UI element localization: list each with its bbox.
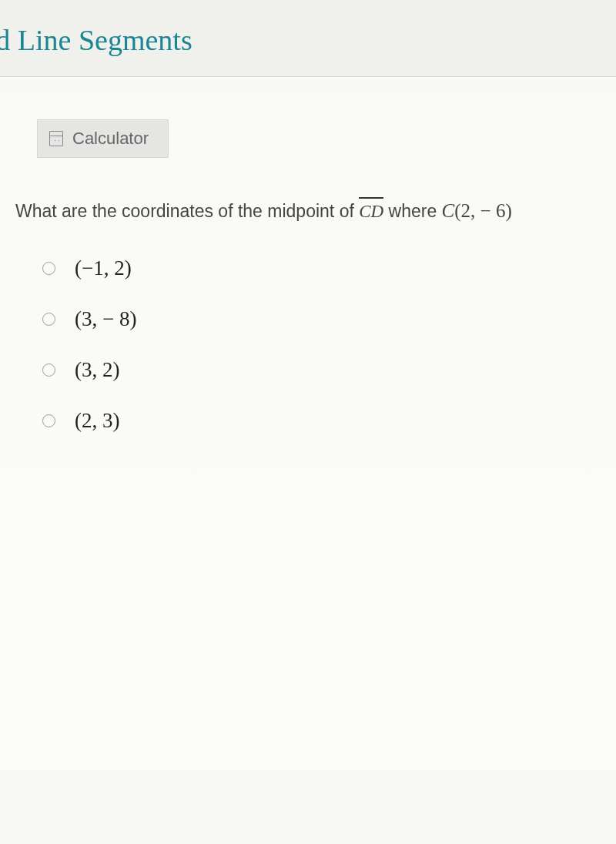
question-prompt: What are the coordinates of the midpoint… (15, 196, 616, 226)
answer-options: (−1, 2) (3, − 8) (3, 2) (2, 3) (15, 256, 616, 433)
radio-icon (42, 363, 55, 377)
question-prefix: What are the coordinates of the midpoint… (15, 201, 359, 221)
question-middle: where (383, 201, 441, 221)
point-c-label: C (442, 200, 455, 221)
option-c[interactable]: (3, 2) (42, 358, 616, 382)
calculator-label: Calculator (72, 129, 149, 149)
question-content: Calculator What are the coordinates of t… (0, 77, 616, 770)
radio-icon (42, 313, 55, 326)
radio-icon (42, 414, 55, 427)
option-label: (3, − 8) (75, 307, 136, 331)
option-a[interactable]: (−1, 2) (42, 256, 616, 280)
option-label: (−1, 2) (75, 256, 132, 280)
option-label: (2, 3) (75, 409, 119, 433)
point-c-coords: (2, − 6) (454, 200, 512, 221)
option-label: (3, 2) (75, 358, 119, 382)
page-title: cted Line Segments (0, 0, 616, 77)
segment-cd: CD (359, 199, 383, 226)
option-b[interactable]: (3, − 8) (42, 307, 616, 331)
calculator-button[interactable]: Calculator (37, 119, 169, 158)
calculator-icon (49, 131, 63, 146)
option-d[interactable]: (2, 3) (42, 409, 616, 433)
radio-icon (42, 262, 55, 275)
